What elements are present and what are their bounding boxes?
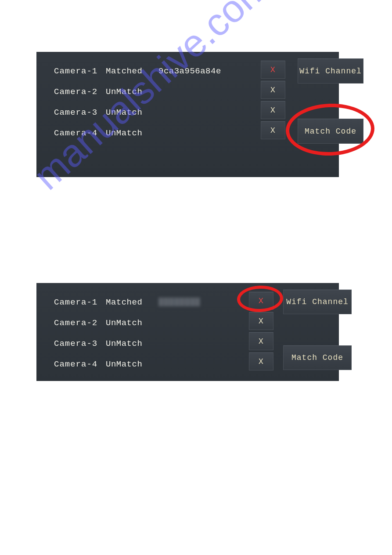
camera-status: Matched: [106, 297, 158, 307]
camera-panel-2: Camera-1 Matched ████████ Camera-2 UnMat…: [36, 283, 339, 381]
camera-status: UnMatch: [106, 359, 158, 369]
wifi-channel-button[interactable]: Wifi Channel: [298, 58, 363, 83]
camera-row: Camera-1 Matched 9ca3a956a84e: [36, 61, 339, 81]
right-button-column: Wifi Channel Match Code: [283, 290, 352, 370]
camera-name: Camera-3: [54, 108, 106, 117]
camera-row: Camera-3 UnMatch: [36, 102, 339, 123]
camera-name: Camera-1: [54, 66, 106, 76]
x-button-column: X X X X: [249, 292, 273, 373]
delete-camera-button[interactable]: X: [261, 61, 285, 79]
spacer: [298, 83, 363, 119]
match-code-button[interactable]: Match Code: [298, 119, 363, 144]
camera-name: Camera-3: [54, 339, 106, 348]
camera-name: Camera-2: [54, 87, 106, 97]
camera-status: Matched: [106, 66, 158, 76]
delete-camera-button[interactable]: X: [261, 101, 285, 119]
delete-camera-button[interactable]: X: [261, 81, 285, 99]
camera-status: UnMatch: [106, 128, 158, 138]
camera-row: Camera-4 UnMatch: [36, 123, 339, 143]
camera-status: UnMatch: [106, 87, 158, 97]
delete-camera-button[interactable]: X: [249, 332, 273, 350]
match-code-button[interactable]: Match Code: [283, 345, 352, 370]
camera-panel-1: Camera-1 Matched 9ca3a956a84e Camera-2 U…: [36, 52, 339, 177]
x-button-column: X X X X: [261, 61, 285, 141]
camera-name: Camera-4: [54, 359, 106, 369]
delete-camera-button[interactable]: X: [261, 121, 285, 139]
camera-status: UnMatch: [106, 339, 158, 348]
camera-status: UnMatch: [106, 318, 158, 328]
wifi-channel-button[interactable]: Wifi Channel: [283, 290, 352, 314]
camera-id: ████████: [158, 297, 224, 307]
camera-status: UnMatch: [106, 108, 158, 117]
delete-camera-button[interactable]: X: [249, 352, 273, 370]
delete-camera-button[interactable]: X: [249, 312, 273, 330]
delete-camera-button[interactable]: X: [249, 292, 273, 310]
camera-name: Camera-2: [54, 318, 106, 328]
camera-id: 9ca3a956a84e: [158, 66, 224, 76]
camera-name: Camera-1: [54, 297, 106, 307]
right-button-column: Wifi Channel Match Code: [298, 58, 363, 144]
camera-name: Camera-4: [54, 128, 106, 138]
spacer: [283, 314, 352, 345]
camera-row: Camera-2 UnMatch: [36, 81, 339, 102]
